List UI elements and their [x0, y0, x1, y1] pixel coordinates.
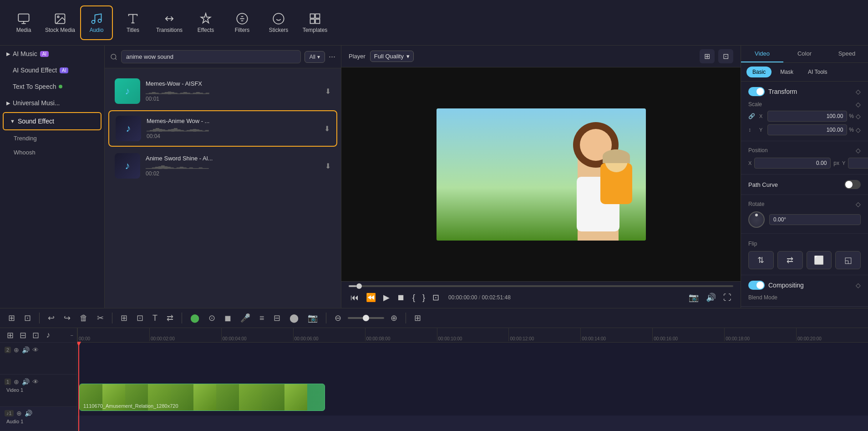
scale-y-input[interactable] [767, 124, 847, 135]
track-2-visible-button[interactable]: 👁 [32, 346, 39, 354]
progress-bar[interactable] [349, 285, 733, 287]
mark-out-button[interactable]: } [421, 291, 427, 304]
toolbar-effects[interactable]: Effects [189, 5, 222, 40]
audio1-lock-button[interactable]: 🔊 [25, 410, 32, 417]
timeline-split-button[interactable]: ⊞ [118, 311, 130, 325]
timeline-delete-button[interactable]: 🗑 [77, 312, 91, 325]
volume-button[interactable]: 🔊 [704, 291, 718, 304]
timeline-undo-button[interactable]: ↩ [45, 311, 57, 325]
subtab-basic[interactable]: Basic [746, 67, 772, 77]
search-input[interactable] [121, 50, 301, 63]
sidebar-universal-music[interactable]: ▶ Universal Musi... [0, 95, 104, 111]
toolbar-stickers[interactable]: Stickers [262, 5, 295, 40]
scale-x-input[interactable] [767, 111, 847, 122]
position-keyframe-icon[interactable]: ◇ [856, 147, 861, 154]
step-back-button[interactable]: ⏮ [349, 291, 360, 304]
timeline-subtitles-button[interactable]: ⊟ [271, 311, 283, 325]
flip-vertical-button[interactable]: ⇅ [748, 251, 774, 269]
more-options-button[interactable]: ··· [329, 52, 335, 62]
frame-back-button[interactable]: ⏪ [364, 291, 378, 304]
audio-item-memes-wow[interactable]: ♪ Memes-Wow - AISFX ▁▂▃▂▁▂▃▄▃▂▁▂▃▂▁▂▃▂▁▂… [108, 74, 337, 108]
grid-view-button[interactable]: ⊞ [700, 49, 715, 63]
timeline-cut-button[interactable]: ✂ [94, 311, 107, 325]
timeline-stabilize-button[interactable]: ◼ [222, 311, 234, 325]
timeline-redo-button[interactable]: ↪ [61, 311, 73, 325]
timeline-scenes-button[interactable]: ≡ [257, 312, 267, 325]
stop-button[interactable]: ⏹ [395, 291, 407, 304]
timeline-audio-button[interactable]: ⇄ [164, 311, 176, 325]
track-1-add-button[interactable]: ⊕ [14, 378, 19, 385]
fullscreen-player-button[interactable]: ⛶ [721, 291, 733, 304]
compositing-toggle[interactable] [748, 281, 765, 290]
toolbar-titles[interactable]: Titles [117, 5, 149, 40]
timeline-add-track-button[interactable]: ⊞ [5, 311, 18, 325]
download-button-1[interactable]: ⬇ [325, 87, 331, 96]
compositing-keyframe-icon[interactable]: ◇ [856, 282, 861, 289]
scale-keyframe-icon[interactable]: ◇ [856, 101, 861, 108]
timeline-green-screen-button[interactable]: ⬤ [188, 311, 202, 325]
timeline-zoom-minus-button[interactable]: ⊖ [332, 311, 344, 325]
mark-in-button[interactable]: { [411, 291, 417, 304]
sidebar-trending[interactable]: Trending [0, 131, 104, 145]
scale-y-keyframe[interactable]: ◇ [856, 126, 861, 133]
sidebar-collapse-button[interactable]: ‹ [104, 168, 105, 186]
toolbar-transitions[interactable]: Transitions [153, 5, 186, 40]
subtab-ai-tools[interactable]: AI Tools [802, 67, 833, 77]
toolbar-media[interactable]: Media [7, 5, 40, 40]
rotate-wheel[interactable] [748, 211, 765, 228]
sidebar-ai-sound-effect[interactable]: AI Sound Effect AI [0, 62, 104, 78]
tab-color[interactable]: Color [783, 46, 826, 62]
timeline-ripple-button[interactable]: ⊡ [134, 311, 146, 325]
rotate-input[interactable] [769, 214, 861, 225]
timeline-text-button[interactable]: T [150, 312, 160, 325]
flip-horizontal-button[interactable]: ⇄ [777, 251, 803, 269]
track-1-visible-button[interactable]: 👁 [32, 378, 39, 385]
toolbar-templates[interactable]: Templates [299, 5, 331, 40]
sidebar-sound-effect[interactable]: ▼ Sound Effect [3, 112, 102, 130]
track-1-lock-button[interactable]: 🔊 [22, 378, 30, 385]
sidebar-ai-music[interactable]: ▶ AI Music AI [0, 46, 104, 62]
timeline-zoom-slider[interactable] [348, 317, 384, 319]
timeline-select-button[interactable]: ⊡ [21, 311, 34, 325]
download-button-3[interactable]: ⬇ [325, 162, 331, 170]
fullscreen-button[interactable]: ⊡ [718, 49, 733, 63]
detach-audio-button[interactable]: ♪ [42, 329, 55, 342]
timeline-motion-button[interactable]: ⊙ [206, 311, 218, 325]
download-button-2[interactable]: ⬇ [324, 124, 330, 133]
transform-keyframe-icon[interactable]: ◇ [856, 88, 861, 95]
toolbar-filters[interactable]: Filters [226, 5, 259, 40]
play-button[interactable]: ▶ [381, 291, 391, 304]
video-clip-1[interactable]: 1110670_Amusement_Relation_1280x720 [79, 384, 325, 411]
path-curve-toggle[interactable] [844, 180, 861, 189]
subtab-mask[interactable]: Mask [774, 67, 799, 77]
flip-reset-h-button[interactable]: ⬜ [807, 251, 832, 269]
filter-button[interactable]: All ▾ [305, 51, 325, 63]
timeline-grid-button[interactable]: ⊞ [411, 311, 424, 325]
add-special-track-button[interactable]: ⊡ [29, 329, 42, 342]
tab-speed[interactable]: Speed [826, 46, 868, 62]
rotate-keyframe-icon[interactable]: ◇ [856, 200, 861, 208]
timeline-zoom-plus-button[interactable]: ⊕ [388, 311, 400, 325]
audio-item-memes-anime[interactable]: ♪ Memes-Anime Wow - ... ▁▂▄▅▄▃▂▃▄▅▃▂▁▂▃▄… [108, 110, 337, 147]
scale-x-keyframe[interactable]: ◇ [856, 113, 861, 120]
add-video-track-button[interactable]: ⊞ [4, 329, 16, 342]
position-x-input[interactable] [754, 158, 831, 169]
track-2-lock-button[interactable]: 🔊 [22, 346, 30, 354]
timeline-voiceover-button[interactable]: 🎤 [238, 311, 253, 325]
transform-toggle[interactable] [748, 87, 765, 96]
toolbar-stock[interactable]: Stock Media [44, 5, 76, 40]
track-2-add-button[interactable]: ⊕ [14, 346, 19, 354]
audio1-add-button[interactable]: ⊕ [16, 410, 22, 417]
insert-button[interactable]: ⊡ [431, 291, 441, 304]
audio-item-anime-sword[interactable]: ♪ Anime Sword Shine - Al... ▁▁▂▃▄▅▄▃▂▁▂▃… [108, 149, 337, 183]
add-audio-track-button[interactable]: ⊟ [16, 329, 29, 342]
toolbar-audio[interactable]: Audio [80, 5, 113, 40]
sidebar-whoosh[interactable]: Whoosh [0, 145, 104, 159]
sidebar-text-to-speech[interactable]: Text To Speech [0, 78, 104, 95]
quality-selector[interactable]: Full Quality ▾ [370, 51, 414, 62]
tab-video[interactable]: Video [741, 46, 783, 62]
snapshot-button[interactable]: 📷 [687, 291, 700, 304]
flip-reset-v-button[interactable]: ◱ [835, 251, 861, 269]
timeline-freeze-button[interactable]: ⬤ [287, 311, 301, 325]
progress-handle[interactable] [356, 283, 362, 289]
